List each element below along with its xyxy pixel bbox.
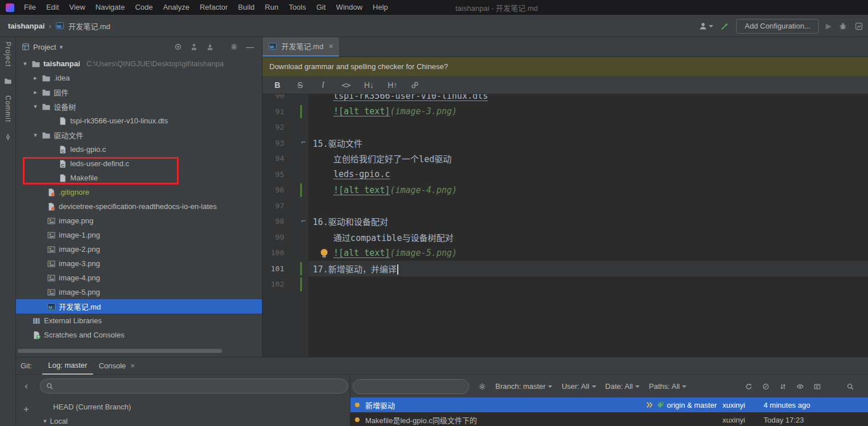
folder-icon[interactable]: [4, 77, 12, 85]
settings-gear-icon[interactable]: [478, 383, 486, 391]
bold-icon[interactable]: B: [273, 81, 282, 90]
project-panel-title[interactable]: Project: [33, 43, 56, 51]
intention-bulb-icon[interactable]: [321, 249, 328, 256]
add-configuration-button[interactable]: Add Configuration...: [736, 19, 819, 34]
user-accounts-button[interactable]: [699, 22, 713, 31]
menu-tools[interactable]: Tools: [284, 0, 311, 15]
tree-item-root[interactable]: ▾ taishanpai C:\Users\QINGJUE\Desktop\gi…: [16, 57, 262, 71]
close-icon[interactable]: ×: [131, 358, 135, 374]
stripe-project-button[interactable]: Project: [4, 42, 12, 67]
menu-file[interactable]: File: [19, 0, 41, 15]
menu-navigate[interactable]: Navigate: [90, 0, 130, 15]
back-arrow-icon[interactable]: ‹: [25, 381, 28, 391]
editor-tab-dev-notes[interactable]: 开发笔记.md ×: [263, 37, 339, 57]
branch-search-box[interactable]: [40, 379, 348, 393]
search-icon[interactable]: [846, 383, 854, 391]
brush-icon[interactable]: [720, 22, 729, 31]
tree-item-dev-notes-md[interactable]: 开发笔记.md: [16, 299, 262, 314]
tree-item-dts-file[interactable]: tspi-rk3566-user-v10-linux.dts: [16, 114, 262, 128]
stripe-commit-button[interactable]: Commit: [4, 95, 12, 122]
select-opened-file-icon[interactable]: [172, 43, 184, 51]
preview-eye-icon[interactable]: [796, 383, 804, 391]
tree-item-makefile[interactable]: Makefile: [16, 171, 262, 185]
menu-code[interactable]: Code: [130, 0, 158, 15]
settings-gear-icon[interactable]: [228, 43, 240, 51]
link-icon[interactable]: [411, 81, 419, 89]
tree-item-image-1-png[interactable]: image-1.png: [16, 228, 262, 242]
tree-item-scratches[interactable]: Scratches and Consoles: [16, 328, 262, 342]
tree-item-image-2-png[interactable]: image-2.png: [16, 242, 262, 256]
editor-line-100[interactable]: 100 ![alt text](image-5.png): [263, 245, 868, 261]
menu-view[interactable]: View: [64, 0, 90, 15]
commit-search-box[interactable]: [353, 379, 469, 394]
profiler-icon[interactable]: [854, 22, 863, 31]
paths-filter[interactable]: Paths: All: [649, 382, 687, 391]
editor-line-95[interactable]: 95 leds-gpio.c: [263, 167, 868, 183]
chevron-right-icon[interactable]: ▸: [32, 74, 39, 82]
editor-line-102[interactable]: 102: [263, 276, 868, 292]
debug-icon[interactable]: [838, 22, 847, 31]
patch-icon[interactable]: [813, 383, 821, 391]
code-editor[interactable]: 90 tspi-rk3566-user-v10-linux.dts 91 ![a…: [263, 94, 868, 357]
menu-refactor[interactable]: Refactor: [195, 0, 233, 15]
editor-line-99[interactable]: 99 通过compatible与设备树配对: [263, 230, 868, 246]
header-up-icon[interactable]: H↑: [387, 81, 397, 90]
branch-search-input[interactable]: [57, 382, 342, 391]
menu-help[interactable]: Help: [368, 0, 393, 15]
chevron-down-icon[interactable]: ▾: [22, 60, 29, 67]
menu-build[interactable]: Build: [233, 0, 260, 15]
fold-marker-icon[interactable]: ¬: [301, 216, 306, 225]
menu-run[interactable]: Run: [260, 0, 284, 15]
refresh-icon[interactable]: [745, 383, 753, 391]
tree-item-image-5-png[interactable]: image-5.png: [16, 285, 262, 299]
editor-line-98[interactable]: 98¬ 16.驱动和设备配对: [263, 214, 868, 230]
editor-line-96[interactable]: 96 ![alt text](image-4.png): [263, 182, 868, 198]
tab-console[interactable]: Console ×: [93, 357, 140, 375]
branch-filter[interactable]: Branch: master: [495, 382, 552, 391]
tree-item-external-libraries[interactable]: External Libraries: [16, 314, 262, 328]
tree-item-devicetree-folder[interactable]: ▾ 设备树: [16, 99, 262, 114]
editor-line-93[interactable]: 93¬ 15.驱动文件: [263, 135, 868, 151]
editor-line-97[interactable]: 97: [263, 198, 868, 214]
strikethrough-icon[interactable]: S: [296, 81, 305, 90]
menu-git[interactable]: Git: [311, 0, 331, 15]
date-filter[interactable]: Date: All: [605, 382, 640, 391]
add-icon[interactable]: +: [23, 404, 29, 414]
notification-banner[interactable]: Download grammar and spelling checker fo…: [263, 57, 868, 76]
header-down-icon[interactable]: H↓: [364, 81, 374, 90]
tree-item-leds-gpio-c[interactable]: leds-gpio.c: [16, 142, 262, 156]
head-branch-row[interactable]: HEAD (Current Branch): [53, 403, 131, 411]
breadcrumb-project[interactable]: taishanpai: [8, 22, 45, 30]
chevron-down-icon[interactable]: ▾: [32, 103, 39, 110]
tree-item-leds-user-defind-c[interactable]: leds-user-defind.c: [16, 156, 262, 171]
menu-edit[interactable]: Edit: [41, 0, 64, 15]
commit-search-input[interactable]: [363, 382, 463, 391]
expand-all-icon[interactable]: [188, 43, 200, 51]
code-span-icon[interactable]: <>: [341, 81, 350, 90]
tab-log-master[interactable]: Log: master: [42, 357, 93, 375]
local-branches-row[interactable]: ▾ Local: [43, 417, 68, 425]
sort-icon[interactable]: [779, 383, 787, 391]
tree-item-image-png[interactable]: image.png: [16, 214, 262, 228]
chevron-right-icon[interactable]: ▸: [32, 89, 39, 96]
editor-line-90[interactable]: 90 tspi-rk3566-user-v10-linux.dts: [263, 94, 868, 104]
tree-item-idea[interactable]: ▸ .idea: [16, 71, 262, 85]
chevron-down-icon[interactable]: ▾: [32, 131, 39, 139]
chevron-down-icon[interactable]: ▾: [43, 417, 47, 425]
tree-item-devicetree-spec[interactable]: devicetree-specification-readthedocs-io-…: [16, 199, 262, 214]
horizontal-scrollbar[interactable]: [18, 349, 222, 353]
editor-line-94[interactable]: 94 立创给我们定好了一个led驱动: [263, 151, 868, 167]
run-icon[interactable]: ▶: [826, 22, 831, 30]
collapse-all-icon[interactable]: [204, 43, 216, 51]
tree-item-image-3-png[interactable]: image-3.png: [16, 256, 262, 271]
go-to-hash-icon[interactable]: [762, 383, 770, 391]
tree-item-firmware[interactable]: ▸ 固件: [16, 85, 262, 99]
editor-line-92[interactable]: 92: [263, 119, 868, 135]
close-icon[interactable]: ×: [329, 42, 333, 51]
user-filter[interactable]: User: All: [562, 382, 596, 391]
tree-item-image-4-png[interactable]: image-4.png: [16, 271, 262, 285]
vcs-node-icon[interactable]: [4, 133, 12, 141]
editor-line-91[interactable]: 91 ![alt text](image-3.png): [263, 104, 868, 120]
italic-icon[interactable]: I: [318, 81, 328, 90]
chevron-down-icon[interactable]: ▾: [59, 43, 63, 51]
